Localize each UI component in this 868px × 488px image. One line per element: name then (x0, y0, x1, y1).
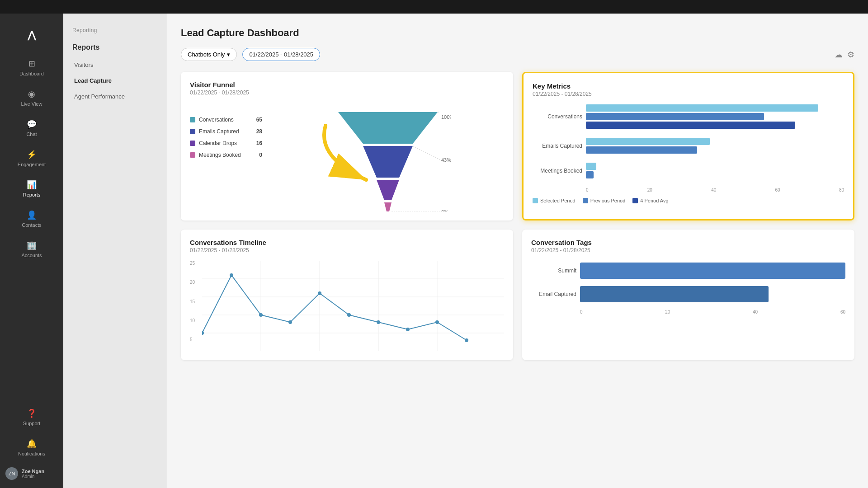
sidebar-item-accounts[interactable]: 🏢 Accounts (0, 234, 63, 264)
sidebar-item-notifications[interactable]: 🔔 Notifications (0, 432, 63, 463)
nav-link-lead-capture[interactable]: Lead Capture (63, 73, 167, 89)
filter-icon[interactable]: ⚙ (847, 50, 854, 60)
notifications-icon: 🔔 (27, 439, 37, 449)
top-bar (0, 0, 868, 14)
legend-val-meetings: 0 (259, 152, 262, 158)
sidebar-item-support[interactable]: ❓ Support (0, 402, 63, 432)
chart-legend: Selected Period Previous Period 4 Period… (533, 198, 844, 203)
legend-dot-calendar (190, 141, 195, 146)
svg-point-20 (202, 331, 204, 335)
svg-text:0%: 0% (441, 209, 448, 211)
app-logo[interactable]: ⋀ (24, 27, 40, 43)
sidebar-item-contacts[interactable]: 👤 Contacts (0, 204, 63, 234)
y-label-20: 20 (190, 280, 195, 285)
timeline-card-subtitle: 01/22/2025 - 01/28/2025 (190, 247, 504, 253)
key-metrics-card: Key Metrics 01/22/2025 - 01/28/2025 Conv… (522, 72, 854, 221)
svg-marker-1 (363, 146, 413, 178)
timeline-card-title: Conversations Timeline (190, 239, 504, 246)
tags-x-axis: 0 20 40 60 (531, 310, 845, 314)
x-label-40: 40 (711, 188, 716, 192)
accounts-icon: 🏢 (27, 240, 37, 250)
svg-point-24 (318, 291, 321, 295)
x-label-0: 0 (586, 188, 589, 192)
x-label-60: 60 (775, 188, 780, 192)
svg-text:43%: 43% (441, 157, 451, 163)
svg-line-8 (413, 146, 440, 160)
legend-square-previous (583, 198, 588, 203)
y-axis-labels: 25 20 15 10 5 (190, 261, 198, 342)
avatar: ZN (5, 467, 18, 480)
tag-x-60: 60 (840, 310, 845, 314)
funnel-card-subtitle: 01/22/2025 - 01/28/2025 (190, 89, 504, 96)
bar-label-meetings: Meetings Booked (533, 168, 582, 174)
date-range-button[interactable]: 01/22/2025 - 01/28/2025 (242, 48, 320, 61)
legend-square-avg (632, 198, 638, 203)
bar-label-conversations: Conversations (533, 113, 582, 120)
bar-group-conversations: Conversations (533, 104, 844, 129)
tag-x-40: 40 (753, 310, 758, 314)
sidebar-label-contacts: Contacts (22, 222, 41, 228)
svg-marker-0 (338, 112, 438, 144)
nav-link-agent-performance[interactable]: Agent Performance (63, 89, 167, 104)
tags-card-subtitle: 01/22/2025 - 01/28/2025 (531, 247, 845, 253)
section-header-reports: Reports (63, 38, 167, 57)
legend-label-meetings: Meetings Booked (199, 152, 241, 158)
bar-conversations-avg (586, 122, 795, 129)
x-axis: 0 20 40 60 80 (533, 188, 844, 192)
tag-x-20: 20 (665, 310, 670, 314)
user-info: Zoe Ngan Admin (22, 469, 44, 479)
legend-item-emails: Emails Captured 28 (190, 128, 262, 135)
legend-item-conversations: Conversations 65 (190, 117, 262, 123)
legend-val-emails: 28 (256, 128, 262, 135)
sidebar-item-live-view[interactable]: ◉ Live View (0, 83, 63, 113)
nav-link-visitors[interactable]: Visitors (63, 57, 167, 73)
bar-emails-previous (586, 146, 697, 154)
page-title: Lead Capture Dashboard (181, 27, 854, 39)
sidebar-item-chat[interactable]: 💬 Chat (0, 113, 63, 143)
y-label-10: 10 (190, 318, 195, 323)
contacts-icon: 👤 (27, 210, 37, 220)
svg-point-27 (406, 328, 410, 331)
dashboard-icon: ⊞ (28, 59, 35, 69)
bar-meetings-selected (586, 163, 596, 170)
legend-text-selected: Selected Period (540, 198, 576, 203)
svg-point-21 (230, 273, 233, 277)
legend-dot-conversations (190, 117, 195, 122)
sidebar-item-dashboard[interactable]: ⊞ Dashboard (0, 52, 63, 83)
bar-group-meetings: Meetings Booked (533, 163, 844, 178)
conversation-tags-card: Conversation Tags 01/22/2025 - 01/28/202… (522, 230, 854, 360)
legend-item-meetings: Meetings Booked 0 (190, 152, 262, 158)
filter-button[interactable]: Chatbots Only ▾ (181, 48, 237, 61)
user-name: Zoe Ngan (22, 469, 44, 474)
main-content: Lead Capture Dashboard Chatbots Only ▾ 0… (167, 14, 868, 488)
svg-point-25 (347, 313, 351, 317)
legend-text-previous: Previous Period (590, 198, 626, 203)
tag-label-email: Email Captured (531, 291, 576, 297)
sidebar-label-support: Support (23, 421, 41, 426)
svg-point-28 (435, 320, 439, 324)
legend-previous-period: Previous Period (583, 198, 626, 203)
legend-val-conversations: 65 (256, 117, 262, 123)
legend-label-emails: Emails Captured (199, 128, 239, 135)
tag-x-0: 0 (580, 310, 583, 314)
funnel-container: Conversations 65 Emails Captured 28 Cale… (190, 103, 504, 211)
legend-label-calendar: Calendar Drops (199, 140, 237, 146)
upload-icon[interactable]: ☁ (835, 50, 843, 60)
svg-text:100%: 100% (441, 114, 451, 120)
metrics-bar-chart: Conversations Emails Captured (533, 104, 844, 192)
sidebar-item-reports[interactable]: 📊 Reports (0, 174, 63, 204)
legend-item-calendar: Calendar Drops 16 (190, 140, 262, 146)
sidebar-item-engagement[interactable]: ⚡ Engagement (0, 143, 63, 174)
tag-bar-summit: Summit (531, 263, 845, 279)
user-role: Admin (22, 474, 44, 479)
svg-marker-3 (384, 202, 392, 211)
toolbar: Chatbots Only ▾ 01/22/2025 - 01/28/2025 … (181, 48, 854, 61)
sidebar-item-user[interactable]: ZN Zoe Ngan Admin (0, 463, 63, 484)
bar-group-emails: Emails Captured (533, 138, 844, 154)
collapse-button[interactable]: ‹ (0, 484, 63, 488)
tag-label-summit: Summit (531, 267, 576, 274)
svg-point-22 (259, 313, 263, 317)
conversations-timeline-card: Conversations Timeline 01/22/2025 - 01/2… (181, 230, 513, 360)
timeline-chart-area: 25 20 15 10 5 (190, 261, 504, 351)
funnel-svg: 100% 43% 0% (325, 103, 451, 211)
